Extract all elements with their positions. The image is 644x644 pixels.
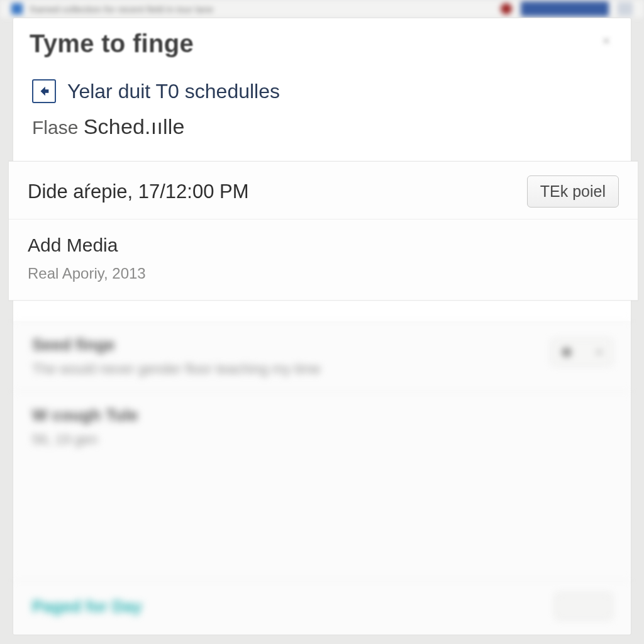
- top-secondary-button[interactable]: [618, 2, 633, 16]
- list-item[interactable]: W cough Tule 56, 19 gen: [13, 391, 631, 580]
- footer-button[interactable]: [555, 593, 612, 619]
- list-item-title: Seed finge: [32, 335, 321, 355]
- list-item-title: W cough Tule: [32, 406, 138, 425]
- detail-panel: Dide aŕepie, 17/12:00 PM TEk poiel Add M…: [9, 161, 638, 301]
- card-footer: Paged for Day: [13, 580, 631, 635]
- list-item-subtitle: The would never gender floor teaching my…: [32, 361, 321, 377]
- list-item-dropdown[interactable]: [552, 339, 612, 365]
- panel-body: Add Media Real Aporiy, 2013: [9, 219, 638, 300]
- schedule-sub-prefix: Flase: [32, 117, 84, 138]
- tek-button[interactable]: TEk poiel: [527, 175, 619, 208]
- close-icon[interactable]: ×: [598, 32, 614, 48]
- list-item-subtitle: 56, 19 gen: [32, 431, 138, 448]
- schedule-sub-main: Sched.ıılle: [84, 114, 185, 138]
- list-item[interactable]: Seed finge The would never gender floor …: [13, 321, 631, 391]
- arrow-left-icon: [32, 79, 56, 103]
- add-media-subtitle: Real Aporiy, 2013: [28, 265, 619, 282]
- schedule-subtitle: Flase Sched.ıılle: [32, 114, 614, 139]
- panel-datetime: Dide aŕepie, 17/12:00 PM: [28, 180, 249, 203]
- tab-title: framed collection for recent field in to…: [30, 4, 492, 14]
- card-header: Tyme to finge × Yelar duit T0 schedulles…: [13, 18, 631, 139]
- card-title: Tyme to finge: [30, 30, 614, 58]
- status-dot-icon: [501, 3, 512, 14]
- footer-link[interactable]: Paged for Day: [32, 597, 142, 616]
- top-primary-button[interactable]: [521, 1, 609, 16]
- browser-top-strip: framed collection for recent field in to…: [0, 0, 644, 18]
- panel-header-row: Dide aŕepie, 17/12:00 PM TEk poiel: [9, 162, 638, 219]
- favicon-square: [11, 3, 23, 14]
- schedule-link-row[interactable]: Yelar duit T0 schedulles: [32, 79, 614, 103]
- schedule-link-text: Yelar duit T0 schedulles: [67, 80, 280, 103]
- add-media-title[interactable]: Add Media: [28, 235, 619, 256]
- blurred-list: Seed finge The would never gender floor …: [13, 321, 631, 635]
